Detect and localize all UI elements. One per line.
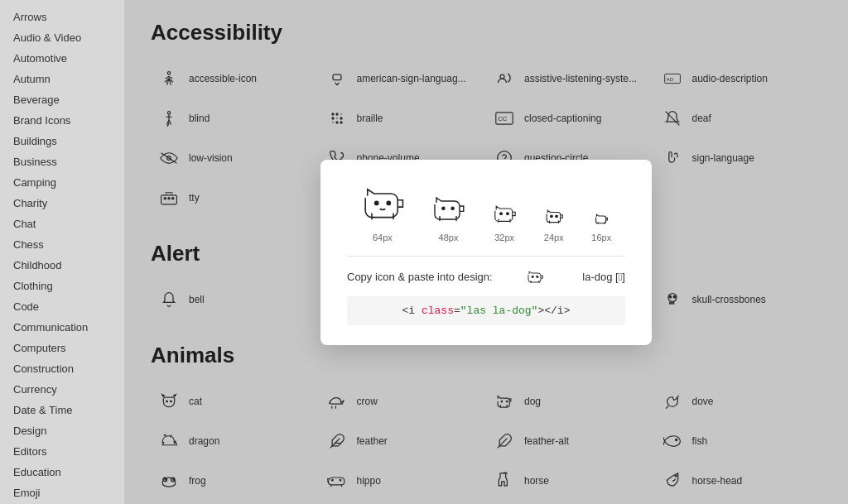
modal-overlay[interactable]: 64px 48px [124,0,848,504]
svg-point-77 [507,212,509,214]
sidebar-item-chat[interactable]: Chat [0,214,124,234]
sidebar-item-editors[interactable]: Editors [0,441,124,462]
sidebar-item-communication[interactable]: Communication [0,317,124,338]
size-24-label: 24px [544,233,564,242]
sidebar-item-brand-icons[interactable]: Brand Icons [0,110,124,131]
svg-point-72 [374,201,378,204]
modal-code-block[interactable]: <i class="las la-dog"></i> [347,296,625,325]
sidebar-item-arrows[interactable]: Arrows [0,7,124,27]
sidebar-item-education[interactable]: Education [0,462,124,482]
icon-preview-modal: 64px 48px [320,160,652,345]
size-64-label: 64px [373,233,393,242]
svg-point-80 [532,276,533,277]
size-16-label: 16px [591,233,611,242]
sidebar-item-business[interactable]: Business [0,151,124,172]
svg-point-74 [442,207,445,209]
sidebar-item-automotive[interactable]: Automotive [0,48,124,69]
svg-point-73 [387,201,390,204]
sidebar-item-autumn[interactable]: Autumn [0,69,124,89]
sidebar-item-charity[interactable]: Charity [0,193,124,214]
sidebar-item-chess[interactable]: Chess [0,234,124,255]
modal-copy-label: Copy icon & paste into design: [347,271,493,283]
size-32[interactable]: 32px [493,203,516,242]
sidebar-item-date-time[interactable]: Date & Time [0,400,124,420]
modal-divider [347,256,625,257]
svg-point-81 [537,276,538,277]
svg-point-79 [555,215,557,218]
svg-point-75 [451,207,454,209]
sidebar: Arrows Audio & Video Automotive Autumn B… [0,0,124,504]
sidebar-item-emoji[interactable]: Emoji [0,482,124,503]
sidebar-item-clothing[interactable]: Clothing [0,276,124,296]
sidebar-item-camping[interactable]: Camping [0,172,124,193]
size-48-label: 48px [439,233,459,242]
sidebar-item-currency[interactable]: Currency [0,379,124,400]
sidebar-item-code[interactable]: Code [0,296,124,317]
sidebar-item-childhood[interactable]: Childhood [0,255,124,276]
modal-copy-row: Copy icon & paste into design: la-dog [… [347,270,625,285]
sidebar-item-buildings[interactable]: Buildings [0,131,124,151]
sidebar-item-design[interactable]: Design [0,420,124,441]
modal-sizes-row: 64px 48px [347,183,625,242]
size-32-label: 32px [494,233,514,242]
svg-point-76 [500,212,503,214]
sidebar-item-computers[interactable]: Computers [0,338,124,358]
sidebar-item-audio-video[interactable]: Audio & Video [0,27,124,48]
size-16[interactable]: 16px [591,213,611,242]
main-content: Accessibility accessible-icon american-s… [124,0,848,504]
sidebar-item-construction[interactable]: Construction [0,358,124,379]
size-64[interactable]: 64px [361,183,404,242]
sidebar-item-beverage[interactable]: Beverage [0,89,124,110]
modal-icon-name-text: la-dog [] [582,271,625,283]
size-48[interactable]: 48px [431,193,465,242]
svg-point-78 [550,215,552,218]
size-24[interactable]: 24px [544,208,564,242]
